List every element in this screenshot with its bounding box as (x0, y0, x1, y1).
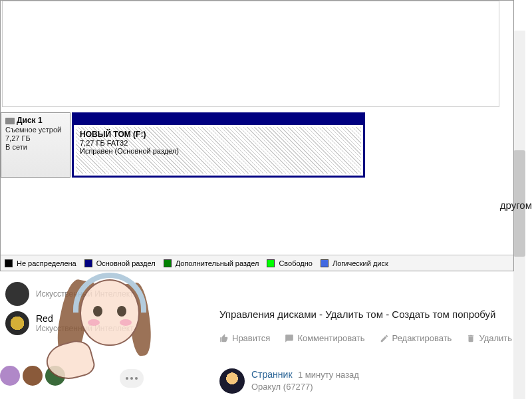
volume-partition[interactable]: НОВЫЙ ТОМ (F:) 7,27 ГБ FAT32 Исправен (О… (72, 112, 365, 178)
disk-size: 7,27 ГБ (5, 134, 66, 142)
avatar (5, 311, 29, 335)
edit-button[interactable]: Редактировать (380, 333, 452, 343)
comment-rank: Оракул (67277) (251, 382, 359, 392)
pencil-icon (380, 334, 389, 343)
sidebar-user-2[interactable]: Red Искусственный Интеллект (0, 307, 180, 339)
disk-status: В сети (5, 143, 66, 151)
thumbs-up-icon (219, 334, 229, 343)
mini-avatar-row (0, 366, 65, 386)
comment-icon (285, 334, 294, 343)
volume-info: 7,27 ГБ FAT32 (80, 139, 357, 147)
disk-row: Диск 1 Съемное устрой 7,27 ГБ В сети НОВ… (1, 112, 365, 178)
disk-info-panel[interactable]: Диск 1 Съемное устрой 7,27 ГБ В сети (1, 112, 70, 178)
volume-health: Исправен (Основной раздел) (80, 147, 357, 155)
legend-unallocated: Не распределена (17, 259, 76, 267)
user-name: Red (36, 313, 134, 324)
disk-management-window: Диск 1 Съемное устрой 7,27 ГБ В сети НОВ… (0, 0, 514, 271)
answer-text: Управления дисками - Удалить том - Созда… (219, 307, 512, 321)
text-fragment-right: другом (500, 200, 532, 211)
page-scrollbar[interactable] (513, 31, 525, 399)
sidebar-user-1[interactable]: Искусственный Интеллект (0, 278, 180, 310)
legend-swatch-primary (84, 259, 92, 267)
more-button[interactable] (120, 369, 144, 388)
user-rank: Искусственный Интеллект (36, 289, 134, 299)
legend-bar: Не распределена Основной раздел Дополнит… (1, 255, 513, 271)
disk-icon (5, 118, 15, 124)
legend-extended: Дополнительный раздел (176, 259, 259, 267)
comment-time: 1 минуту назад (298, 370, 359, 380)
comment-avatar[interactable] (219, 368, 245, 394)
mini-avatar[interactable] (45, 366, 65, 386)
avatar (5, 282, 29, 306)
legend-swatch-logical (321, 259, 329, 267)
answer-block: Гуру (3012) Управления дисками - Удалить… (186, 277, 512, 343)
disk-name: Диск 1 (17, 116, 43, 125)
mini-avatar[interactable] (0, 366, 20, 386)
legend-primary: Основной раздел (96, 259, 156, 267)
comment-button[interactable]: Комментировать (285, 333, 364, 343)
like-button[interactable]: Нравится (219, 333, 270, 343)
answer-actions: Нравится Комментировать Редактировать Уд… (219, 333, 512, 343)
delete-button[interactable]: Удалить (466, 333, 512, 343)
legend-logical: Логический диск (332, 259, 388, 267)
legend-swatch-extended (164, 259, 172, 267)
legend-free: Свободно (279, 259, 313, 267)
volume-header-bar (74, 114, 363, 125)
volume-name: НОВЫЙ ТОМ (F:) (80, 130, 357, 139)
dots-icon (126, 377, 128, 380)
trash-icon (466, 334, 475, 343)
disk-type: Съемное устрой (5, 126, 66, 134)
comment-item: Странник 1 минуту назад Оракул (67277) (219, 368, 359, 394)
disk-list-panel (2, 1, 499, 107)
user-rank: Искусственный Интеллект (36, 324, 134, 333)
mini-avatar[interactable] (23, 366, 43, 386)
legend-swatch-free (267, 259, 275, 267)
legend-swatch-unallocated (5, 259, 13, 267)
comment-author-link[interactable]: Странник (251, 369, 293, 380)
volume-body: НОВЫЙ ТОМ (F:) 7,27 ГБ FAT32 Исправен (О… (76, 127, 361, 174)
